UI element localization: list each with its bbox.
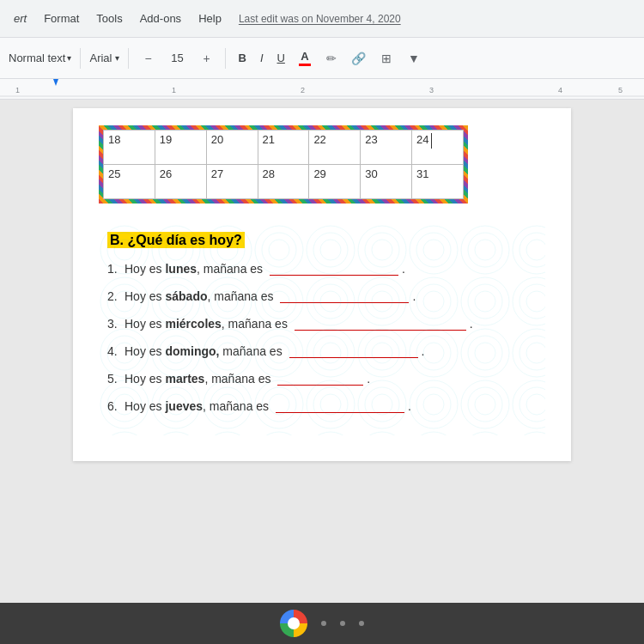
exercise-text-1: Hoy es lunes, mañana es . [125, 262, 545, 276]
font-dropdown[interactable]: Arial ▾ [88, 48, 121, 68]
taskbar-dot-3 [359, 621, 364, 626]
answer-line-4 [289, 344, 418, 358]
chevron-down-icon-2: ▾ [115, 53, 119, 63]
exercise-number-1: 1. [107, 262, 125, 276]
document-page: 18 19 20 21 22 23 24 25 26 [73, 108, 571, 461]
exercise-text-2: Hoy es sábado, mañana es . [125, 289, 545, 303]
italic-button[interactable]: I [255, 48, 269, 68]
answer-line-6 [276, 399, 404, 413]
menu-addons[interactable]: Add-ons [133, 9, 188, 28]
comment-icon-button[interactable]: ⊞ [374, 46, 398, 70]
text-prefix-4: Hoy es [125, 344, 165, 358]
menu-help[interactable]: Help [191, 9, 228, 28]
ruler-svg: 1 1 2 3 4 5 [0, 79, 644, 99]
bold-day-2: sábado [165, 289, 207, 303]
calendar-cell-31: 31 [412, 165, 464, 199]
calendar-cell-23: 23 [361, 131, 412, 165]
increase-font-size-button[interactable]: + [194, 46, 218, 70]
svg-marker-0 [53, 79, 58, 86]
exercise-text-4: Hoy es domingo, mañana es . [125, 344, 545, 358]
calendar-cell-22: 22 [309, 131, 361, 165]
menu-format[interactable]: Format [37, 9, 86, 28]
text-prefix-3: Hoy es [125, 317, 165, 331]
bold-day-1: lunes [165, 262, 197, 276]
calendar-border: 18 19 20 21 22 23 24 25 26 [99, 125, 468, 204]
taskbar-dot-1 [321, 621, 326, 626]
decrease-font-size-button[interactable]: − [136, 46, 160, 70]
calendar-cell-29: 29 [309, 165, 361, 199]
bold-day-6: jueves [165, 399, 203, 413]
section-b: B. ¿Qué día es hoy? 1. Hoy es lunes, mañ… [99, 224, 545, 435]
svg-text:1: 1 [15, 86, 20, 94]
exercise-number-3: 3. [107, 317, 125, 331]
calendar-cell-24: 24 [412, 131, 464, 165]
toolbar-separator-1 [80, 48, 81, 69]
ruler: 1 1 2 3 4 5 [0, 79, 644, 100]
svg-text:5: 5 [618, 86, 623, 94]
calendar-cell-27: 27 [206, 165, 258, 199]
text-prefix-5: Hoy es [125, 372, 165, 386]
calendar-cell-18: 18 [104, 131, 155, 165]
text-suffix-2: , mañana es [207, 289, 273, 303]
paragraph-style-label: Normal text [9, 52, 65, 64]
answer-line-5 [277, 372, 363, 386]
list-item: 2. Hoy es sábado, mañana es . [107, 289, 545, 303]
toolbar: Normal text ▾ Arial ▾ − + B I U A ✏ 🔗 ⊞ … [0, 38, 644, 79]
svg-text:4: 4 [558, 86, 562, 94]
calendar-cell-19: 19 [155, 131, 206, 165]
text-color-button[interactable]: A [294, 46, 316, 70]
svg-text:2: 2 [301, 86, 305, 94]
text-suffix-6: , mañana es [203, 399, 269, 413]
paragraph-style-dropdown[interactable]: Normal text ▾ [7, 48, 73, 68]
exercise-list: 1. Hoy es lunes, mañana es . 2. Hoy es s… [107, 262, 545, 413]
bold-button[interactable]: B [233, 48, 251, 68]
text-color-letter: A [301, 50, 308, 63]
menubar: ert Format Tools Add-ons Help Last edit … [0, 0, 644, 38]
menu-edit[interactable]: ert [7, 9, 33, 28]
text-suffix-5: , mañana es [204, 372, 270, 386]
calendar-wrapper: 18 19 20 21 22 23 24 25 26 [99, 125, 468, 207]
last-edit-text: Last edit was on November 4, 2020 [239, 13, 401, 25]
bold-day-4: domingo, [165, 344, 219, 358]
list-item: 3. Hoy es miércoles, mañana es . [107, 317, 545, 331]
exercise-number-4: 4. [107, 344, 125, 358]
link-icon-button[interactable]: 🔗 [347, 46, 371, 70]
taskbar-dot-2 [340, 621, 345, 626]
text-prefix-6: Hoy es [125, 399, 165, 413]
list-item: 5. Hoy es martes, mañana es . [107, 372, 545, 386]
page-wrapper: ert Format Tools Add-ons Help Last edit … [0, 0, 644, 644]
list-item: 6. Hoy es jueves, mañana es . [107, 399, 545, 413]
table-row: 25 26 27 28 29 30 31 [104, 165, 464, 199]
color-bar [299, 64, 311, 66]
answer-line-1 [270, 262, 398, 276]
menu-tools[interactable]: Tools [89, 9, 129, 28]
exercise-number-6: 6. [107, 399, 125, 413]
pencil-icon-button[interactable]: ✏ [319, 46, 343, 70]
calendar-cell-25: 25 [104, 165, 155, 199]
chrome-center [288, 617, 300, 629]
answer-line-3 [295, 317, 466, 331]
exercise-text-5: Hoy es martes, mañana es . [125, 372, 545, 386]
bold-day-3: miércoles [165, 317, 221, 331]
exercise-number-5: 5. [107, 372, 125, 386]
text-suffix-4: mañana es [219, 344, 282, 358]
calendar-cell-30: 30 [361, 165, 412, 199]
more-icon-button[interactable]: ▼ [402, 46, 426, 70]
section-title-text: B. ¿Qué día es hoy? [107, 232, 245, 248]
font-size-input[interactable] [163, 52, 191, 64]
chrome-icon[interactable] [280, 610, 307, 637]
text-prefix-2: Hoy es [125, 289, 165, 303]
font-label: Arial [89, 52, 112, 64]
chevron-down-icon: ▾ [67, 53, 71, 63]
toolbar-separator-3 [225, 48, 226, 69]
svg-text:1: 1 [172, 86, 176, 94]
calendar-cell-26: 26 [155, 165, 206, 199]
text-prefix-1: Hoy es [125, 262, 165, 276]
exercise-text-3: Hoy es miércoles, mañana es . [125, 317, 545, 331]
calendar-cell-21: 21 [258, 131, 309, 165]
underline-button[interactable]: U [272, 48, 290, 68]
table-row: 18 19 20 21 22 23 24 [104, 131, 464, 165]
svg-text:3: 3 [429, 86, 434, 94]
calendar-cell-28: 28 [258, 165, 309, 199]
text-suffix-3: , mañana es [222, 317, 288, 331]
